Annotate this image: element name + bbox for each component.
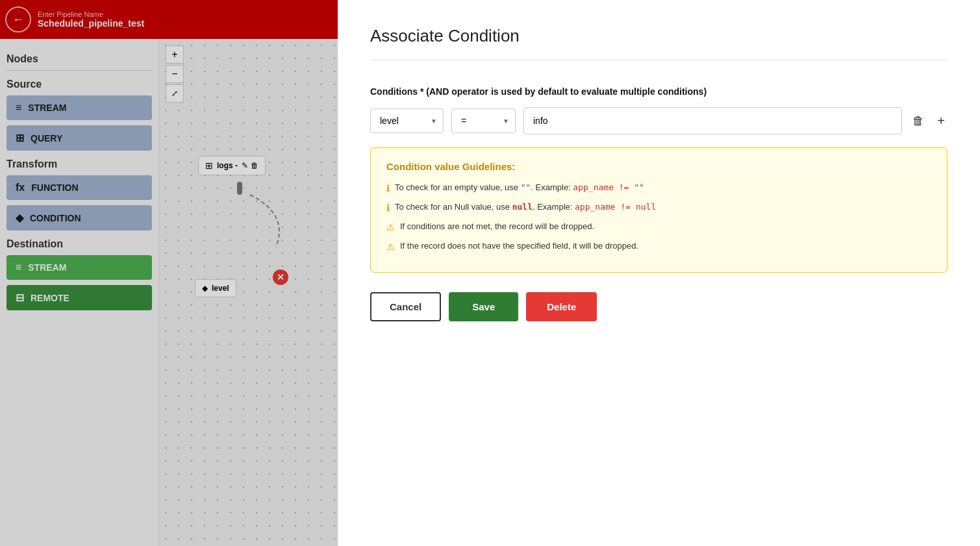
condition-node-label: level — [212, 284, 229, 293]
warning-icon-2: ⚠ — [386, 240, 395, 254]
remote-icon: ⊟ — [16, 292, 24, 304]
sidebar-item-remote[interactable]: ⊟ REMOTE — [6, 285, 152, 310]
dest-stream-label: STREAM — [28, 262, 66, 273]
operator-select[interactable]: =!=><>=<=contains — [451, 108, 516, 133]
pipeline-name-label: Enter Pipeline Name — [38, 10, 144, 18]
dashed-connection-line — [211, 195, 289, 273]
code-example-2: app_name != null — [575, 202, 656, 212]
transform-title: Transform — [6, 158, 152, 170]
warning-icon-1: ⚠ — [386, 221, 395, 234]
conditions-label: Conditions * (AND operator is used by de… — [370, 86, 948, 97]
function-icon: fx — [16, 182, 25, 193]
canvas-node-condition[interactable]: ◆ level — [195, 279, 236, 297]
field-select[interactable]: levelapp_namemessagehost — [370, 108, 444, 133]
info-icon-2: ℹ — [386, 201, 390, 215]
add-condition-button[interactable]: + — [935, 111, 948, 131]
condition-node-icon: ◆ — [202, 284, 208, 293]
top-bar: ← Enter Pipeline Name Scheduled_pipeline… — [0, 0, 338, 39]
field-select-wrapper: levelapp_namemessagehost — [370, 108, 444, 133]
zoom-in-button[interactable]: + — [166, 45, 184, 64]
associate-condition-panel: Associate Condition Conditions * (AND op… — [338, 0, 980, 546]
sidebar: Nodes Source ≡ STREAM ⊞ QUERY Transform … — [0, 39, 159, 546]
canvas-area: + − ⤢ ⊞ logs - ✎ 🗑 ◆ level ✕ — [159, 39, 338, 546]
query-label: QUERY — [31, 133, 62, 143]
back-icon: ← — [12, 13, 24, 27]
guideline-text-4: If the record does not have the specifie… — [400, 240, 638, 253]
guideline-item-1: ℹ To check for an empty value, use "". E… — [386, 181, 931, 195]
stream-label: STREAM — [28, 103, 66, 113]
sidebar-item-function[interactable]: fx FUNCTION — [6, 175, 152, 200]
code-example-1: app_name != "" — [573, 182, 644, 192]
nodes-title: Nodes — [6, 53, 152, 65]
pipeline-name-area: Enter Pipeline Name Scheduled_pipeline_t… — [38, 10, 144, 29]
cancel-button[interactable]: Cancel — [370, 292, 441, 321]
stream-icon: ≡ — [16, 102, 21, 114]
destination-title: Destination — [6, 238, 152, 250]
delete-button[interactable]: Delete — [526, 292, 597, 321]
condition-value-input[interactable] — [523, 107, 902, 134]
guideline-item-3: ⚠ If conditions are not met, the record … — [386, 220, 931, 234]
guideline-text-1: To check for an empty value, use "". Exa… — [395, 181, 644, 194]
canvas-node-logs[interactable]: ⊞ logs - ✎ 🗑 — [198, 156, 266, 175]
back-button[interactable]: ← — [5, 6, 31, 32]
canvas-node-type-icon: ⊞ — [205, 160, 213, 171]
canvas-controls: + − ⤢ — [166, 45, 184, 103]
edit-icon[interactable]: ✎ — [242, 161, 248, 170]
condition-icon: ◆ — [16, 212, 23, 224]
condition-label: CONDITION — [30, 213, 81, 223]
action-buttons: Cancel Save Delete — [370, 292, 948, 321]
sidebar-item-query[interactable]: ⊞ QUERY — [6, 125, 152, 151]
node-connector — [237, 182, 242, 195]
save-button[interactable]: Save — [449, 292, 518, 321]
modal-title: Associate Condition — [370, 26, 948, 60]
delete-condition-button[interactable]: 🗑 — [910, 112, 927, 130]
guideline-text-3: If conditions are not met, the record wi… — [400, 220, 594, 233]
operator-select-wrapper: =!=><>=<=contains — [451, 108, 516, 133]
code-empty-string: "" — [521, 182, 531, 192]
delete-circle-icon: ✕ — [277, 272, 284, 282]
delete-icon[interactable]: 🗑 — [251, 161, 258, 170]
delete-node-button[interactable]: ✕ — [273, 269, 288, 285]
guidelines-box: Condition value Guidelines: ℹ To check f… — [370, 147, 948, 273]
function-label: FUNCTION — [31, 182, 78, 193]
guidelines-title: Condition value Guidelines: — [386, 161, 931, 172]
guideline-text-2: To check for an Null value, use null. Ex… — [395, 201, 656, 214]
condition-row: levelapp_namemessagehost =!=><>=<=contai… — [370, 107, 948, 134]
sidebar-item-stream-source[interactable]: ≡ STREAM — [6, 95, 152, 120]
remote-label: REMOTE — [31, 293, 69, 303]
canvas-node-label: logs - — [217, 161, 238, 170]
guideline-item-2: ℹ To check for an Null value, use null. … — [386, 201, 931, 215]
sidebar-item-stream-dest[interactable]: ≡ STREAM — [6, 255, 152, 280]
fit-button[interactable]: ⤢ — [166, 84, 184, 103]
dest-stream-icon: ≡ — [16, 262, 21, 273]
pipeline-name: Scheduled_pipeline_test — [38, 18, 144, 29]
node-actions: ✎ 🗑 — [242, 161, 258, 170]
code-null: null — [512, 202, 533, 212]
guideline-item-4: ⚠ If the record does not have the specif… — [386, 240, 931, 254]
source-title: Source — [6, 79, 152, 90]
query-icon: ⊞ — [16, 132, 24, 144]
info-icon-1: ℹ — [386, 182, 390, 195]
zoom-out-button[interactable]: − — [166, 65, 184, 83]
sidebar-item-condition[interactable]: ◆ CONDITION — [6, 205, 152, 230]
